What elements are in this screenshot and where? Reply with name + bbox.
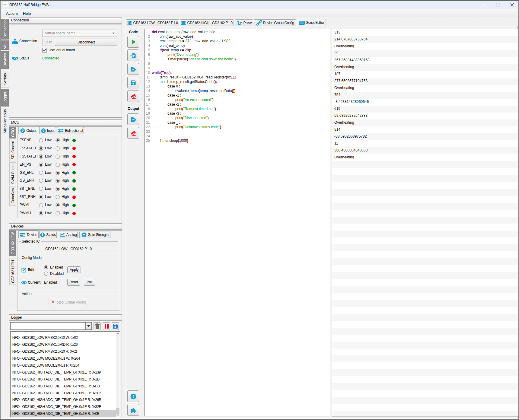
svg-text:NXP: NXP	[3, 3, 7, 6]
svg-text:?: ?	[132, 394, 135, 399]
